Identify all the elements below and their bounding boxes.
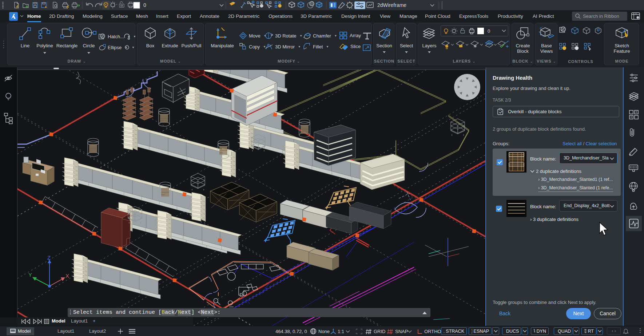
svg-text:0: 0 <box>488 28 490 34</box>
svg-text:Z: Z <box>47 254 51 261</box>
svg-text:Y: Y <box>28 272 32 278</box>
svg-text:2dWireframe: 2dWireframe <box>377 2 406 8</box>
svg-text:0: 0 <box>143 2 146 8</box>
svg-text:X: X <box>65 273 69 279</box>
